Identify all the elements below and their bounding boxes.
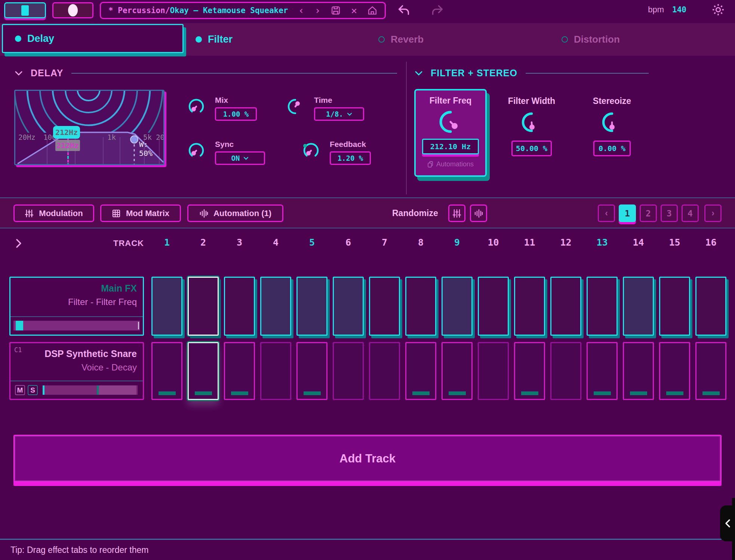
mainfx-track-card[interactable]: Main FX Filter - Filter Freq (9, 277, 144, 336)
tab-delay[interactable]: Delay (2, 24, 184, 53)
solo-button[interactable]: S (28, 385, 38, 395)
record-button[interactable] (52, 2, 93, 18)
filter-freq-value[interactable]: 212.10 Hz (422, 139, 479, 154)
close-icon[interactable]: ✕ (351, 6, 357, 15)
mainfx-step-cell[interactable] (369, 277, 400, 336)
mainfx-step-cell[interactable] (695, 277, 726, 336)
chevron-down-icon[interactable] (415, 71, 422, 76)
section-divider (406, 62, 407, 194)
enabled-dot-icon[interactable] (196, 36, 202, 43)
mainfx-step-cell[interactable] (550, 277, 581, 336)
redo-icon[interactable] (431, 4, 444, 16)
mainfx-step-cell[interactable] (478, 277, 509, 336)
page-button-3[interactable]: 3 (661, 204, 678, 222)
slider-handle[interactable] (43, 385, 44, 395)
page-next-button[interactable]: › (704, 204, 722, 222)
slider-handle[interactable] (16, 321, 23, 330)
step-number: 13 (587, 237, 618, 248)
step-number: 9 (442, 237, 473, 248)
param-filter-freq-card[interactable]: Filter Freq 212.10 Hz Automations (414, 89, 487, 177)
page-button-2[interactable]: 2 (640, 204, 657, 222)
snare-step-cell[interactable] (260, 342, 291, 400)
mainfx-step-cell[interactable] (260, 277, 291, 336)
snare-step-cell[interactable] (442, 342, 473, 400)
track-param: Voice - Decay (44, 362, 137, 373)
snare-step-cell[interactable] (695, 342, 726, 400)
mod-matrix-button[interactable]: Mod Matrix (100, 204, 181, 222)
page-button-1[interactable]: 1 (619, 204, 636, 222)
snare-step-cell[interactable] (550, 342, 581, 400)
snare-step-cell[interactable] (659, 342, 690, 400)
sync-knob[interactable] (188, 142, 205, 159)
filter-width-knob[interactable] (520, 111, 543, 134)
mainfx-step-cell[interactable] (151, 277, 182, 336)
freq-cursor-badge[interactable]: 212Hz (53, 126, 80, 139)
mainfx-step-cell[interactable] (659, 277, 690, 336)
mainfx-step-cell[interactable] (224, 277, 255, 336)
mainfx-value-slider[interactable] (13, 321, 140, 330)
stop-button[interactable] (4, 2, 46, 18)
undo-icon[interactable] (397, 4, 410, 16)
filter-freq-knob[interactable] (437, 109, 464, 135)
mute-button[interactable]: M (15, 385, 25, 395)
snare-step-cell[interactable] (188, 342, 219, 400)
enabled-dot-icon[interactable] (15, 36, 21, 42)
mix-knob[interactable] (188, 98, 205, 115)
mainfx-step-cell[interactable] (296, 277, 327, 336)
side-drawer-toggle[interactable] (720, 505, 735, 541)
delay-spectrum-visualizer[interactable]: 20Hz 100 1k 5k 20k 212Hz 212Hz W: 50% (14, 90, 164, 165)
mainfx-step-cell[interactable] (333, 277, 364, 336)
mainfx-step-cell[interactable] (514, 277, 545, 336)
tab-label: Distortion (574, 34, 620, 45)
mainfx-step-cell[interactable] (442, 277, 473, 336)
stereoize-knob[interactable] (600, 111, 624, 134)
snare-step-cell[interactable] (151, 342, 182, 400)
randomize-params-button[interactable] (448, 204, 465, 222)
bpm-value[interactable]: 140 (672, 5, 686, 14)
tab-filter[interactable]: Filter (196, 34, 233, 45)
page-prev-button[interactable]: ‹ (598, 204, 615, 222)
mainfx-step-row (151, 277, 726, 336)
mix-value[interactable]: 1.00 % (215, 107, 257, 121)
filter-width-value[interactable]: 50.00 % (511, 141, 552, 156)
add-track-button[interactable]: Add Track (13, 435, 722, 482)
snare-step-cell[interactable] (296, 342, 327, 400)
modulation-button[interactable]: Modulation (13, 204, 94, 222)
snare-value-slider[interactable] (43, 385, 138, 395)
chevron-down-icon[interactable] (15, 71, 22, 76)
sync-dropdown[interactable]: ON (215, 151, 265, 165)
home-icon[interactable] (368, 6, 377, 15)
feedback-knob[interactable] (300, 142, 320, 159)
automations-link[interactable]: Automations (427, 160, 474, 168)
automation-button[interactable]: Automation (1) (187, 204, 283, 222)
disabled-ring-icon[interactable] (378, 36, 385, 43)
snare-step-cell[interactable] (623, 342, 654, 400)
time-dropdown[interactable]: 1/8. (314, 107, 364, 121)
snare-step-cell[interactable] (478, 342, 509, 400)
snare-step-cell[interactable] (369, 342, 400, 400)
stereoize-value[interactable]: 0.00 % (593, 141, 631, 156)
nav-back-icon[interactable]: ‹ (298, 6, 304, 15)
tab-distortion[interactable]: Distortion (562, 34, 620, 45)
snare-step-cell[interactable] (587, 342, 618, 400)
save-icon[interactable] (331, 6, 341, 15)
randomize-pattern-button[interactable] (470, 204, 487, 222)
sync-value: ON (231, 154, 240, 162)
page-button-4[interactable]: 4 (682, 204, 699, 222)
snare-step-cell[interactable] (333, 342, 364, 400)
time-knob[interactable] (287, 98, 304, 115)
gear-icon[interactable] (712, 3, 725, 16)
mainfx-step-cell[interactable] (587, 277, 618, 336)
snare-step-cell[interactable] (224, 342, 255, 400)
step-value-bar (594, 391, 611, 395)
disabled-ring-icon[interactable] (562, 36, 568, 43)
mainfx-step-cell[interactable] (623, 277, 654, 336)
snare-step-cell[interactable] (514, 342, 545, 400)
mainfx-step-cell[interactable] (405, 277, 436, 336)
nav-forward-icon[interactable]: › (315, 6, 321, 15)
snare-track-card[interactable]: C1 DSP Synthetic Snare Voice - Decay M S (9, 342, 144, 400)
mainfx-step-cell[interactable] (188, 277, 219, 336)
tab-reverb[interactable]: Reverb (378, 34, 424, 45)
feedback-value[interactable]: 1.20 % (330, 151, 371, 165)
snare-step-cell[interactable] (405, 342, 436, 400)
